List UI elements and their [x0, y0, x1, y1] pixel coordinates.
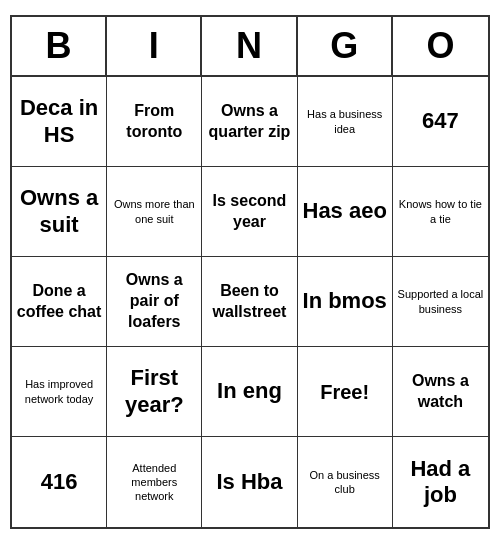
bingo-cell-5[interactable]: Owns a suit	[12, 167, 107, 257]
cell-text-17: In eng	[217, 378, 282, 404]
cell-text-19: Owns a watch	[397, 371, 484, 413]
bingo-cell-12[interactable]: Been to wallstreet	[202, 257, 297, 347]
cell-text-12: Been to wallstreet	[206, 281, 292, 323]
bingo-cell-22[interactable]: Is Hba	[202, 437, 297, 527]
bingo-cell-10[interactable]: Done a coffee chat	[12, 257, 107, 347]
cell-text-3: Has a business idea	[302, 107, 388, 136]
cell-text-5: Owns a suit	[16, 185, 102, 238]
cell-text-1: From toronto	[111, 101, 197, 143]
cell-text-7: Is second year	[206, 191, 292, 233]
bingo-cell-9[interactable]: Knows how to tie a tie	[393, 167, 488, 257]
cell-text-4: 647	[422, 108, 459, 134]
bingo-cell-18[interactable]: Free!	[298, 347, 393, 437]
bingo-cell-7[interactable]: Is second year	[202, 167, 297, 257]
cell-text-6: Owns more than one suit	[111, 197, 197, 226]
cell-text-16: First year?	[111, 365, 197, 418]
bingo-letter-i: I	[107, 17, 202, 75]
bingo-cell-13[interactable]: In bmos	[298, 257, 393, 347]
bingo-cell-6[interactable]: Owns more than one suit	[107, 167, 202, 257]
cell-text-21: Attended members network	[111, 461, 197, 504]
bingo-cell-24[interactable]: Had a job	[393, 437, 488, 527]
cell-text-13: In bmos	[303, 288, 387, 314]
bingo-cell-0[interactable]: Deca in HS	[12, 77, 107, 167]
bingo-letter-b: B	[12, 17, 107, 75]
cell-text-8: Has aeo	[303, 198, 387, 224]
bingo-card: BINGO Deca in HSFrom torontoOwns a quart…	[10, 15, 490, 529]
cell-text-9: Knows how to tie a tie	[397, 197, 484, 226]
bingo-cell-21[interactable]: Attended members network	[107, 437, 202, 527]
cell-text-24: Had a job	[397, 456, 484, 509]
bingo-header: BINGO	[12, 17, 488, 77]
bingo-cell-15[interactable]: Has improved network today	[12, 347, 107, 437]
bingo-cell-20[interactable]: 416	[12, 437, 107, 527]
cell-text-15: Has improved network today	[16, 377, 102, 406]
cell-text-0: Deca in HS	[16, 95, 102, 148]
cell-text-2: Owns a quarter zip	[206, 101, 292, 143]
bingo-cell-23[interactable]: On a business club	[298, 437, 393, 527]
bingo-cell-19[interactable]: Owns a watch	[393, 347, 488, 437]
bingo-letter-o: O	[393, 17, 488, 75]
cell-text-23: On a business club	[302, 468, 388, 497]
cell-text-11: Owns a pair of loafers	[111, 270, 197, 332]
bingo-cell-16[interactable]: First year?	[107, 347, 202, 437]
bingo-cell-4[interactable]: 647	[393, 77, 488, 167]
bingo-cell-8[interactable]: Has aeo	[298, 167, 393, 257]
bingo-cell-14[interactable]: Supported a local business	[393, 257, 488, 347]
bingo-cell-11[interactable]: Owns a pair of loafers	[107, 257, 202, 347]
cell-text-18: Free!	[320, 379, 369, 405]
bingo-cell-17[interactable]: In eng	[202, 347, 297, 437]
bingo-letter-n: N	[202, 17, 297, 75]
cell-text-22: Is Hba	[216, 469, 282, 495]
bingo-cell-2[interactable]: Owns a quarter zip	[202, 77, 297, 167]
cell-text-20: 416	[41, 469, 78, 495]
bingo-letter-g: G	[298, 17, 393, 75]
bingo-cell-3[interactable]: Has a business idea	[298, 77, 393, 167]
cell-text-10: Done a coffee chat	[16, 281, 102, 323]
bingo-cell-1[interactable]: From toronto	[107, 77, 202, 167]
cell-text-14: Supported a local business	[397, 287, 484, 316]
bingo-grid: Deca in HSFrom torontoOwns a quarter zip…	[12, 77, 488, 527]
